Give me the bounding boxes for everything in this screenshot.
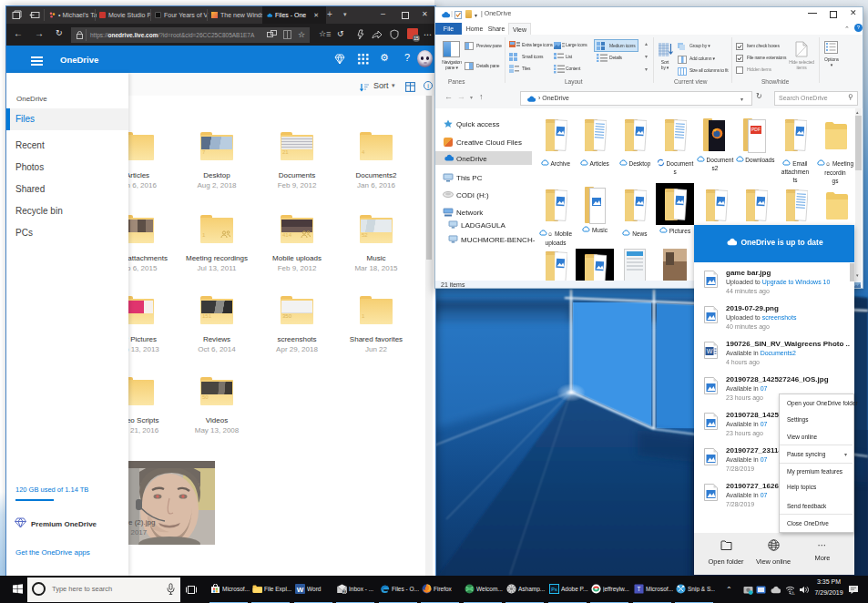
svg-text:T: T	[638, 586, 641, 592]
svg-text:W: W	[707, 348, 713, 354]
svg-text:⚠: ⚠	[791, 590, 795, 596]
svg-text:Ps: Ps	[551, 587, 557, 592]
svg-text:W: W	[297, 586, 304, 594]
